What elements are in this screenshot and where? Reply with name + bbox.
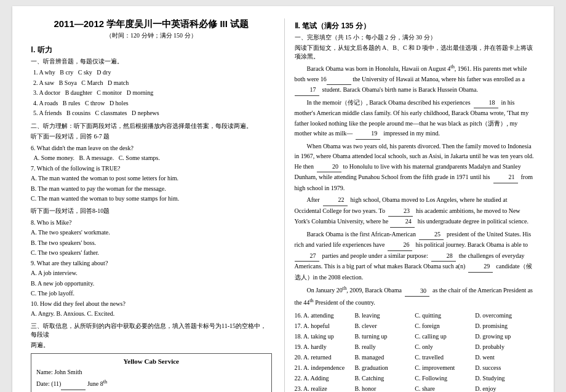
passage1-para1: Barack Obama was born in Honolulu, Hawai… (295, 63, 536, 96)
passage1-para4: After 22 high school, Obama moved to Los… (295, 195, 536, 228)
q8-text: 8. Who is Mike? (31, 218, 272, 228)
q9-opt-a: A. A job interview. (31, 268, 272, 279)
exam-title: 2011—2012 学年度吴川一中英语科必修 III 试题 (31, 18, 272, 30)
section2-title: Ⅱ. 笔试（满分 135 分） (295, 21, 536, 31)
mcq-row-16: 16. A. attendingB. leavingC. quittingD. … (295, 310, 536, 321)
list-item: 1. A why B cry C sky D dry (33, 68, 272, 78)
q7-opt-b: B. The man wanted to pay the woman for t… (31, 184, 272, 194)
s1-sub2: 二、听力理解：听下面两段对话，然后根据播放内容选择最佳答案，每段读两遍。 (31, 122, 272, 130)
passage1-para6: On January 20th, 2009, Barack Obama 30 a… (295, 284, 536, 308)
cab-line-2: Date: (11) June 8th (36, 378, 266, 390)
section1-title: Ⅰ. 听力 (31, 45, 272, 55)
dialog-section-8-10: 8. Who is Mike? A. The two speakers' wor… (31, 218, 272, 319)
s1-sub2b: 听下面一段对话，回答 6-7 题 (31, 132, 272, 141)
list-item: 4. A roads B rules C throw D holes (33, 98, 272, 109)
s2-sub1-desc: 阅读下面短文，从短文后各题的 A、B、C 和 D 项中，选出最佳选项，并在答题卡… (295, 44, 536, 61)
s2-sub1: 一、完形填空（共 15 小；每小题 2 分，满分 30 分） (295, 33, 536, 42)
cab-line-1: Name: John Smith (36, 367, 266, 378)
q9-text: 9. What are they talking about? (31, 258, 272, 269)
q7-text: 7. Which of the following is TRUE? (31, 164, 272, 174)
passage1-para5: Barack Obama is the first African-Americ… (295, 230, 536, 283)
q9-opt-c: C. The job layoff. (31, 289, 272, 299)
mcq-table: 16. A. attendingB. leavingC. quittingD. … (295, 310, 536, 392)
q6-text: 6. What didn't the man leave on the desk… (31, 143, 272, 154)
mcq-row-21: 21. A. independenceB. graduationC. impro… (295, 362, 536, 373)
mcq-row-20: 20. A. returnedB. managedC. travelledD. … (295, 352, 536, 362)
left-column: 2011—2012 学年度吴川一中英语科必修 III 试题 （时间：120 分钟… (31, 18, 272, 392)
list-item: 3. A doctor B daughter C monitor D morni… (33, 88, 272, 98)
q10-text: 10. How did they feel about the news? (31, 299, 272, 310)
mcq-row-19: 19. A. hardlyB. reallyC. onlyD. probably (295, 342, 536, 352)
right-column: Ⅱ. 笔试（满分 135 分） 一、完形填空（共 15 小；每小题 2 分，满分… (284, 18, 536, 392)
list-item: 5. A friends B cousins C classmates D ne… (33, 108, 272, 119)
q10-options: A. Angry. B. Anxious. C. Excited. (31, 309, 272, 319)
listening-items-1-5: 1. A why B cry C sky D dry 2. A saw B So… (33, 68, 272, 119)
q8-opt-a: A. The two speakers' workmate. (31, 228, 272, 238)
list-item: 2. A saw B Soya C March D match (33, 78, 272, 89)
mcq-row-23: 23. A. realizeB. honorC. shareD. enjoy (295, 383, 536, 392)
passage1-para3: When Obama was two years old, his parent… (295, 142, 536, 194)
yellow-cab-box: Yellow Cab Service Name: John Smith Date… (31, 353, 272, 393)
mcq-row-22: 22. A. AddingB. CatchingC. FollowingD. S… (295, 373, 536, 383)
q9-opt-b: B. A new job opportunity. (31, 279, 272, 289)
mcq-row-17: 17. A. hopefulB. cleverC. foreignD. prom… (295, 321, 536, 331)
q6-options: A. Some money. B. A message. C. Some sta… (31, 153, 272, 164)
q7-opt-a: A. The man wanted the woman to post some… (31, 174, 272, 184)
s1-sub4b: 两遍。 (31, 341, 272, 350)
mcq-row-18: 18. A. taking upB. turning upC. calling … (295, 331, 536, 342)
passage1-para2: In the memoir（传记）, Barack Obama describe… (295, 98, 536, 140)
s1-sub4: 三、听取信息，从所听到的内容中获取必要的信息，填入答题卡标号为11-15的空格中… (31, 322, 272, 339)
dialog-section-6-7: 6. What didn't the man leave on the desk… (31, 143, 272, 204)
exam-page: 2011—2012 学年度吴川一中英语科必修 III 试题 （时间：120 分钟… (12, 6, 554, 392)
q8-opt-b: B. The two speakers' boss. (31, 238, 272, 249)
yellowcab-title: Yellow Cab Service (36, 358, 266, 365)
q7-opt-c: C. The man wanted the woman to buy some … (31, 194, 272, 204)
q8-opt-c: C. The two speakers' father. (31, 248, 272, 258)
s1-sub3: 听下面一段对话，回答8-10题 (31, 207, 272, 215)
s1-sub1: 一、听音辨音题，每题仅读一遍。 (31, 57, 272, 66)
exam-subtitle: （时间：120 分钟；满分 150 分） (31, 31, 272, 40)
